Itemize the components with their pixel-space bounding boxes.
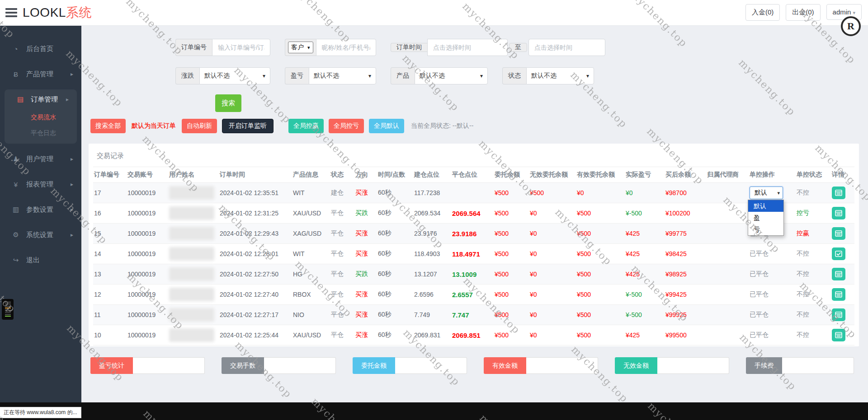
detail-button[interactable] [832,329,845,341]
order-listen-button[interactable]: 开启订单监听 [222,119,274,133]
global-default-button[interactable]: 全局默认 [369,119,404,133]
cell-single-control: 已平仓 [749,244,796,264]
cell-order-id: 13 [93,264,127,285]
column-header-11: 无效委托余额 [529,167,576,183]
summary-value-fee[interactable] [782,357,854,374]
cell-valid-entrust: ¥500 [576,224,625,244]
status-widget [2,299,14,320]
cell-close-price: 2069.564 [451,203,494,224]
sidebar-item-system[interactable]: ⚙系统设置▸ [0,225,81,245]
customer-input[interactable] [316,39,376,56]
updown-select[interactable]: 默认不选▾ [199,67,270,84]
sidebar-item-users[interactable]: ♟用户管理▸ [0,149,81,169]
sidebar-item-params[interactable]: ▥参数设置▸ [0,200,81,219]
customer-type-select[interactable]: 客户 ▾ [288,42,313,53]
detail-button[interactable] [832,247,845,260]
bitcoin-icon: Ƀ [10,70,22,78]
global-lose-button[interactable]: 全局控亏 [329,119,364,133]
avatar[interactable]: R [841,16,861,36]
cell-detail [831,285,854,305]
cell-actual-profit: ¥425 [625,224,665,244]
cell-open-price: 118.4903 [413,244,451,264]
cell-single-control: 已平仓 [749,264,796,285]
detail-button[interactable] [832,227,845,240]
default-today-button[interactable]: 默认为当天订单 [131,119,177,133]
product-select[interactable]: 默认不选▾ [415,67,488,84]
dropdown-option-0[interactable]: 默认 [748,200,783,212]
sidebar-item-logout[interactable]: ↪退出 [0,250,81,270]
detail-button[interactable] [832,207,845,219]
detail-button[interactable] [832,187,845,199]
table-row-12: 12100000192024-01-02 12:27:40RBOX平仓买涨60秒… [93,285,854,305]
arrow-right-icon: ▸ [71,181,73,187]
cell-direction: 买涨 [354,305,377,325]
user-icon: ♟ [10,155,22,163]
column-header-10: 委托余额 [494,167,529,183]
sidebar-group-orders: ▤订单管理▸交易流水平仓日志 [5,89,77,144]
table-row-14: 14100000192024-01-02 12:28:01WIT平仓买涨60秒1… [93,244,854,264]
dropdown-option-2[interactable]: 亏 [748,224,783,235]
cell-agent [706,305,749,325]
detail-button[interactable] [832,268,845,280]
cell-invalid-entrust: ¥0 [529,224,576,244]
cell-status: 平仓 [330,285,354,305]
cell-control-state: 控赢 [796,224,831,244]
single-control-select[interactable]: 默认▾ [750,187,783,199]
deposit-button[interactable]: 入金(0) [745,4,780,21]
summary-value-pnl-total[interactable] [133,357,205,374]
summary-value-trade-lots[interactable] [264,357,336,374]
search-all-button[interactable]: 搜索全部 [90,119,126,133]
cell-entrust-balance: ¥500 [494,264,529,285]
cell-invalid-entrust: ¥500 [529,183,576,203]
cell-entrust-balance: ¥500 [494,285,529,305]
dashboard-icon: ◔ [10,45,22,53]
cell-after-balance: ¥99425 [665,285,706,305]
summary-value-valid-amount[interactable] [526,357,598,374]
arrow-right-icon: ▸ [71,71,73,77]
blurred-username [169,267,214,281]
arrow-right-icon: ▸ [71,206,73,213]
filter-row-1: 订单编号 客户 ▾ 订单时间 至 [175,39,868,56]
order-no-input[interactable] [212,39,270,56]
cell-after-balance: ¥99925 [665,305,706,325]
hamburger-menu-icon[interactable] [5,6,17,19]
cell-account: 10000019 [127,285,168,305]
cell-status: 平仓 [330,305,354,325]
cell-order-time: 2024-01-02 12:27:40 [219,285,292,305]
detail-button[interactable] [832,308,845,321]
summary-value-entrust-amount[interactable] [395,357,467,374]
auto-refresh-button[interactable]: 自动刷新 [182,119,217,133]
summary-label-valid-amount: 有效金额 [484,357,526,374]
blurred-username [169,227,214,240]
global-win-button[interactable]: 全局控赢 [288,119,324,133]
cell-status: 平仓 [330,325,354,345]
detail-button[interactable] [832,288,845,301]
cell-product: XAU/USD [292,203,330,224]
summary-group-pnl-total: 盈亏统计 [90,357,205,374]
cell-account: 10000019 [127,244,168,264]
dropdown-option-1[interactable]: 盈 [748,212,783,224]
sidebar-subitem-close-log[interactable]: 平仓日志 [5,125,77,141]
cell-after-balance: ¥99500 [665,325,706,345]
sidebar-item-reports[interactable]: ¥报表管理▸ [0,174,81,194]
sidebar-item-products[interactable]: Ƀ产品管理▸ [0,64,81,84]
column-header-16: 单控操作 [749,167,796,183]
column-header-9: 平仓点位 [451,167,494,183]
summary-value-invalid-amount[interactable] [657,357,729,374]
sidebar-item-orders[interactable]: ▤订单管理▸ [5,89,77,109]
search-button[interactable]: 搜索 [215,94,241,112]
cell-agent [706,285,749,305]
withdraw-button[interactable]: 出金(0) [786,4,820,21]
order-no-label: 订单编号 [175,39,212,56]
time-from-input[interactable] [427,39,508,56]
sidebar-subitem-trade-flow[interactable]: 交易流水 [5,109,77,125]
table-row-13: 13100000192024-01-02 12:27:50HG平仓买跌60秒13… [93,264,854,285]
status-select[interactable]: 默认不选▾ [526,67,594,84]
summary-label-pnl-total: 盈亏统计 [90,357,133,374]
arrow-right-icon: ▸ [66,96,69,103]
sidebar-item-home[interactable]: ◔后台首页 [0,39,81,59]
profit-select[interactable]: 默认不选▾ [309,67,376,84]
order-time-label: 订单时间 [391,43,427,52]
table-header-row: 订单编号交易账号用户姓名订单时间产品信息状态方向时间/点数建仓点位平仓点位委托余… [93,167,854,183]
time-to-input[interactable] [528,39,605,56]
